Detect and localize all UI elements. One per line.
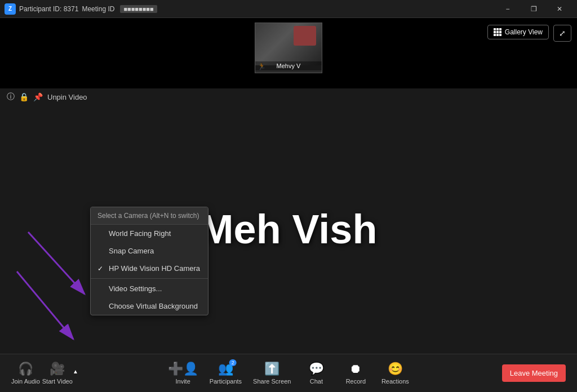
menu-divider bbox=[91, 278, 208, 279]
restore-button[interactable]: ❒ bbox=[521, 0, 547, 18]
chat-button[interactable]: 💬 Chat bbox=[302, 362, 330, 385]
svg-line-2 bbox=[28, 232, 85, 294]
svg-line-3 bbox=[17, 271, 73, 339]
record-icon: ⏺ bbox=[349, 362, 362, 376]
titlebar: Z Participant ID: 8371 Meeting ID ■■■■■■… bbox=[0, 0, 577, 18]
reactions-label: Reactions bbox=[381, 378, 409, 385]
menu-item-label: HP Wide Vision HD Camera bbox=[109, 264, 200, 273]
menu-item-virtual-background[interactable]: Choose Virtual Background bbox=[91, 297, 208, 315]
unpin-video-button[interactable]: Unpin Video bbox=[47, 93, 87, 101]
camera-context-menu: Select a Camera (Alt+N to switch) World … bbox=[90, 207, 208, 315]
participants-badge: 2 bbox=[229, 359, 237, 366]
share-screen-button[interactable]: ⬆️ Share Screen bbox=[253, 362, 291, 385]
menu-item-hp-camera[interactable]: HP Wide Vision HD Camera bbox=[91, 260, 208, 277]
record-button[interactable]: ⏺ Record bbox=[341, 362, 370, 385]
menu-item-label: Choose Virtual Background bbox=[109, 302, 198, 310]
expand-icon: ⤢ bbox=[559, 29, 566, 38]
reactions-button[interactable]: 😊 Reactions bbox=[381, 362, 409, 385]
menu-item-label: Snap Camera bbox=[109, 247, 154, 255]
grid-icon bbox=[494, 28, 501, 36]
pin-icon: 📌 bbox=[33, 92, 43, 101]
share-screen-icon: ⬆️ bbox=[264, 362, 279, 376]
reactions-icon: 😊 bbox=[388, 362, 403, 376]
toolbar-right: Leave Meeting bbox=[502, 364, 566, 382]
meeting-id-value: ■■■■■■■■ bbox=[120, 5, 157, 13]
window-controls: − ❒ ✕ bbox=[495, 0, 572, 18]
menu-item-label: Video Settings... bbox=[109, 284, 162, 293]
thumbnail-video bbox=[255, 23, 322, 65]
lock-icon: 🔒 bbox=[19, 92, 29, 101]
zoom-logo: Z Participant ID: 8371 Meeting ID ■■■■■■… bbox=[5, 3, 157, 15]
invite-icon: ➕👤 bbox=[168, 362, 198, 376]
meeting-id-label: Meeting ID bbox=[82, 5, 114, 13]
close-button[interactable]: ✕ bbox=[547, 0, 572, 18]
participants-icon: 👥 2 bbox=[218, 362, 233, 376]
share-screen-label: Share Screen bbox=[253, 378, 291, 385]
top-bar: 🏃 Mehvy V Gallery View ⤢ bbox=[0, 18, 577, 88]
participant-name-label: Mehvy V bbox=[255, 61, 322, 70]
menu-item-video-settings[interactable]: Video Settings... bbox=[91, 280, 208, 297]
main-video-area: 🏃 Mehvy V Gallery View ⤢ ⓘ 🔒 📌 Unpin Vid… bbox=[0, 18, 577, 354]
zoom-icon: Z bbox=[5, 3, 16, 15]
minimize-button[interactable]: − bbox=[495, 0, 521, 18]
record-label: Record bbox=[346, 378, 366, 385]
display-name: Meh Vish bbox=[200, 206, 378, 252]
chat-icon: 💬 bbox=[309, 362, 324, 376]
info-icon[interactable]: ⓘ bbox=[7, 92, 15, 102]
participants-label: Participants bbox=[210, 378, 242, 385]
invite-label: Invite bbox=[175, 378, 190, 385]
menu-item-snap-camera[interactable]: Snap Camera bbox=[91, 242, 208, 260]
gallery-view-button[interactable]: Gallery View bbox=[487, 25, 549, 39]
invite-button[interactable]: ➕👤 Invite bbox=[168, 362, 198, 385]
menu-item-label: World Facing Right bbox=[109, 229, 171, 238]
toolbar-center: ➕👤 Invite 👥 2 Participants ⬆️ Share Scre… bbox=[168, 362, 410, 385]
leave-meeting-button[interactable]: Leave Meeting bbox=[502, 364, 566, 382]
info-bar: ⓘ 🔒 📌 Unpin Video bbox=[0, 88, 577, 105]
participants-button[interactable]: 👥 2 Participants bbox=[210, 362, 242, 385]
participant-thumbnail: 🏃 Mehvy V bbox=[255, 23, 322, 73]
expand-button[interactable]: ⤢ bbox=[553, 25, 571, 42]
menu-header: Select a Camera (Alt+N to switch) bbox=[91, 207, 208, 225]
gallery-view-label: Gallery View bbox=[505, 28, 543, 36]
chat-label: Chat bbox=[310, 378, 323, 385]
participant-id: Participant ID: 8371 bbox=[19, 5, 78, 13]
menu-item-world-facing[interactable]: World Facing Right bbox=[91, 225, 208, 242]
